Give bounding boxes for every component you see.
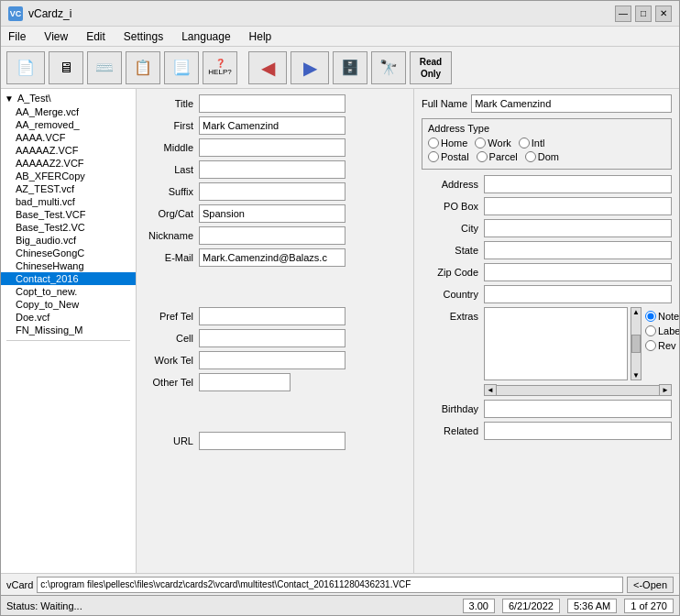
page-button[interactable]: 📃 (164, 51, 199, 84)
close-button[interactable]: ✕ (655, 6, 672, 22)
scroll-right-icon[interactable]: ► (659, 384, 672, 396)
extras-radio-rev[interactable]: Rev (645, 340, 679, 351)
typewriter-button[interactable]: ⌨️ (87, 51, 122, 84)
pref-tel-input[interactable] (199, 307, 345, 325)
binoculars-button[interactable]: 🔭 (371, 51, 406, 84)
list-item[interactable]: Base_Test2.VC (1, 221, 136, 234)
radio-work[interactable]: Work (475, 138, 510, 148)
path-input[interactable] (37, 577, 623, 593)
database-button[interactable]: 🗄️ (333, 51, 367, 84)
list-item[interactable]: AA_Merge.vcf (1, 105, 136, 118)
nav-back-button[interactable]: ◀ (248, 51, 287, 84)
menu-view[interactable]: View (40, 28, 71, 45)
city-input[interactable] (484, 219, 672, 237)
file-tree[interactable]: ▼ A_Test\ AA_Merge.vcf AA_removed_ AAAA.… (1, 89, 137, 573)
read-only-button[interactable]: ReadOnly (410, 51, 452, 84)
hscroll-track[interactable] (497, 385, 659, 396)
list-item[interactable]: Contact_2016 (1, 272, 136, 285)
extras-radio-label[interactable]: Label (645, 325, 679, 336)
middle-input[interactable] (199, 138, 345, 157)
address-type-title: Address Type (428, 123, 665, 134)
menu-edit[interactable]: Edit (82, 28, 109, 45)
radio-postal-input[interactable] (428, 151, 439, 162)
radio-home-input[interactable] (428, 138, 439, 148)
title-input[interactable] (199, 94, 345, 113)
full-name-input[interactable] (471, 94, 672, 113)
extras-note-radio[interactable] (645, 311, 656, 322)
list-item[interactable]: AAAAAZ2.VCF (1, 157, 136, 170)
minimize-button[interactable]: — (615, 6, 631, 22)
maximize-button[interactable]: □ (635, 6, 652, 22)
birthday-input[interactable] (484, 400, 672, 418)
expand-icon: ▼ (5, 94, 14, 104)
list-item[interactable]: Base_Test.VCF (1, 208, 136, 221)
time-segment: 5:36 AM (567, 599, 617, 613)
nav-forward-button[interactable]: ▶ (291, 51, 329, 84)
scroll-down-icon[interactable]: ▼ (631, 371, 641, 380)
other-tel-input[interactable] (199, 373, 291, 391)
radio-home[interactable]: Home (428, 138, 467, 148)
url-input[interactable] (199, 432, 345, 450)
radio-intl-label: Intl (532, 138, 545, 148)
document-button[interactable]: 🖥 (49, 51, 83, 84)
related-input[interactable] (484, 422, 672, 440)
nickname-input[interactable] (199, 226, 345, 245)
country-input[interactable] (484, 285, 672, 303)
open-button[interactable]: <-Open (627, 577, 674, 593)
radio-parcel[interactable]: Parcel (477, 151, 518, 162)
radio-intl[interactable]: Intl (519, 138, 545, 148)
address-input[interactable] (484, 175, 672, 193)
tree-root[interactable]: ▼ A_Test\ (1, 91, 136, 105)
scroll-left-icon[interactable]: ◄ (484, 384, 497, 396)
menu-file[interactable]: File (5, 28, 29, 45)
list-item[interactable]: Big_audio.vcf (1, 234, 136, 247)
list-item[interactable]: ChineseGongC (1, 247, 136, 259)
radio-postal[interactable]: Postal (428, 151, 469, 162)
extras-scrollbar-v[interactable]: ▲ ▼ (631, 307, 642, 380)
extras-rev-radio[interactable] (645, 340, 656, 351)
menu-help[interactable]: Help (246, 28, 276, 45)
extras-radio-note[interactable]: Note (645, 311, 679, 322)
list-item[interactable]: FN_Missing_M (1, 324, 136, 336)
radio-dom[interactable]: Dom (525, 151, 559, 162)
help-button[interactable]: ❓ HELP? (203, 51, 237, 84)
suffix-input[interactable] (199, 182, 345, 201)
extras-textarea[interactable] (484, 307, 628, 380)
po-box-input[interactable] (484, 197, 672, 215)
first-input[interactable] (199, 116, 345, 135)
nickname-row: Nickname (144, 226, 406, 245)
vcf-file-button[interactable]: 📄 (6, 51, 45, 84)
list-item[interactable]: Copt_to_new. (1, 285, 136, 298)
last-input[interactable] (199, 160, 345, 179)
zip-input[interactable] (484, 263, 672, 281)
radio-dom-input[interactable] (525, 151, 536, 162)
scroll-up-icon[interactable]: ▲ (631, 308, 641, 316)
list-item[interactable]: AAAA.VCF (1, 131, 136, 144)
work-tel-input[interactable] (199, 351, 345, 369)
cell-input[interactable] (199, 329, 345, 347)
menu-language[interactable]: Language (178, 28, 234, 45)
orgcat-input[interactable] (199, 204, 345, 223)
menu-settings[interactable]: Settings (120, 28, 167, 45)
extras-radios: Note Label Rev (642, 307, 679, 351)
title-bar-left: VC vCardz_i (8, 6, 71, 21)
radio-work-input[interactable] (475, 138, 486, 148)
work-tel-label: Work Tel (144, 355, 199, 366)
list-item[interactable]: Doe.vcf (1, 311, 136, 324)
list-item[interactable]: AB_XFERCopy (1, 170, 136, 182)
email-extra-area (144, 270, 406, 307)
list-item[interactable]: AAAAAZ.VCF (1, 144, 136, 157)
list-item[interactable]: Copy_to_New (1, 298, 136, 311)
list-item[interactable]: ChineseHwang (1, 259, 136, 272)
extras-label-radio[interactable] (645, 325, 656, 336)
radio-parcel-input[interactable] (477, 151, 488, 162)
state-input[interactable] (484, 241, 672, 259)
list-item[interactable]: AA_removed_ (1, 118, 136, 131)
left-form: Title First Middle Last Suffix Org/Cat (137, 89, 413, 573)
list-item[interactable]: AZ_TEST.vcf (1, 182, 136, 195)
radio-intl-input[interactable] (519, 138, 530, 148)
clipboard-button[interactable]: 📋 (126, 51, 160, 84)
extras-section: Extras ▲ ▼ Note Labe (422, 307, 672, 380)
email-input[interactable] (199, 248, 345, 267)
list-item[interactable]: bad_multi.vcf (1, 195, 136, 208)
